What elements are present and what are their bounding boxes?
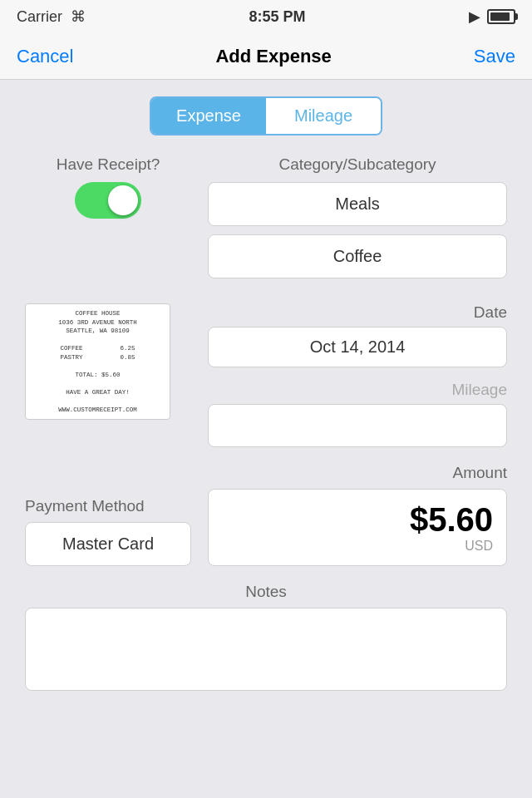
mileage-tab[interactable]: Mileage [266,98,381,134]
date-mileage-fields: Date Oct 14, 2014 Mileage [208,303,507,447]
toggle-container [25,182,191,219]
receipt-line9 [31,379,165,388]
receipt-line10: HAVE A GREAT DAY! [31,388,165,397]
mileage-input[interactable] [208,404,507,447]
status-time: 8:55 PM [249,8,305,26]
carrier-label: Carrier [17,8,62,26]
amount-area: Amount $5.60 USD [208,464,507,566]
category-button[interactable]: Meals [208,182,507,226]
receipt-category-row: Have Receipt? Category/Subcategory Meals… [25,155,507,287]
receipt-line3: SEATTLE, WA 98109 [31,327,165,336]
receipt-line8: TOTAL: $5.60 [31,371,165,380]
status-left: Carrier ⌘ [17,7,86,26]
date-label: Date [208,303,507,322]
category-section: Category/Subcategory Meals Coffee [208,155,507,287]
payment-label: Payment Method [25,497,191,515]
receipt-line2: 1036 3RD AVENUE NORTH [31,318,165,328]
receipt-line11 [31,397,165,406]
toggle-knob [108,185,138,215]
receipt-line12: WWW.CUSTOMRECEIPT.COM [31,406,165,415]
expense-tab[interactable]: Expense [151,98,266,134]
mileage-row: Mileage [208,381,507,447]
main-content: Expense Mileage Have Receipt? Category/S… [0,80,532,711]
receipt-line1: COFFEE HOUSE [31,309,165,318]
amount-label: Amount [208,464,507,482]
notes-section: Notes [25,583,507,694]
receipt-date-row: COFFEE HOUSE 1036 3RD AVENUE NORTH SEATT… [25,303,507,447]
amount-currency: USD [465,539,493,553]
status-bar: Carrier ⌘ 8:55 PM ▶ [0,0,532,33]
receipt-label: Have Receipt? [25,155,191,174]
notes-input[interactable] [25,608,507,691]
battery-icon [487,9,515,24]
cancel-button[interactable]: Cancel [17,46,73,67]
date-row: Date Oct 14, 2014 [208,303,507,367]
category-label: Category/Subcategory [208,155,507,174]
receipt-line4 [31,336,165,345]
receipt-toggle[interactable] [75,182,141,219]
notes-label: Notes [25,583,507,601]
save-button[interactable]: Save [474,46,515,67]
receipt-section: Have Receipt? [25,155,191,287]
mileage-label: Mileage [208,381,507,399]
payment-amount-row: Payment Method Master Card Amount $5.60 … [25,464,507,566]
segment-container: Expense Mileage [25,96,507,135]
receipt-line6: PASTRY 0.85 [31,353,165,362]
segment-control: Expense Mileage [150,96,382,135]
subcategory-button[interactable]: Coffee [208,234,507,278]
receipt-line7 [31,362,165,371]
location-icon: ▶ [469,7,480,26]
amount-box[interactable]: $5.60 USD [208,489,507,566]
status-right: ▶ [469,7,515,26]
receipt-image: COFFEE HOUSE 1036 3RD AVENUE NORTH SEATT… [25,303,170,420]
wifi-icon: ⌘ [71,7,86,26]
amount-value: $5.60 [222,501,493,539]
receipt-line5: COFFEE 6.25 [31,344,165,353]
payment-area: Payment Method Master Card [25,497,191,566]
receipt-image-area[interactable]: COFFEE HOUSE 1036 3RD AVENUE NORTH SEATT… [25,303,191,447]
nav-bar: Cancel Add Expense Save [0,33,532,80]
payment-method-button[interactable]: Master Card [25,522,191,566]
date-picker[interactable]: Oct 14, 2014 [208,327,507,367]
page-title: Add Expense [215,46,331,67]
